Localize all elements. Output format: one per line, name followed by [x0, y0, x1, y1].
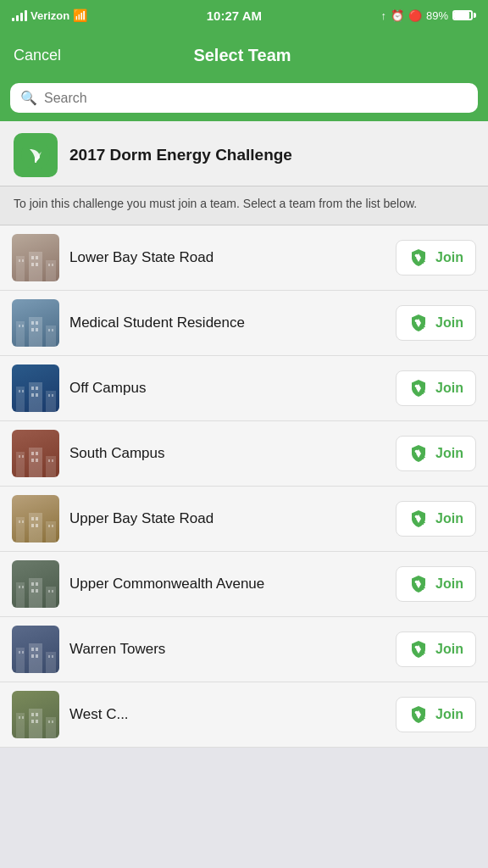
join-label-lower-bay: Join	[435, 250, 463, 265]
join-shield-icon: +	[408, 443, 429, 464]
svg-rect-110	[52, 721, 53, 723]
svg-rect-6	[31, 256, 34, 259]
svg-rect-26	[52, 329, 53, 331]
svg-rect-18	[22, 325, 24, 327]
svg-rect-65	[36, 524, 38, 527]
join-button-upper-bay[interactable]: + Join	[396, 501, 476, 537]
join-button-off-campus[interactable]: + Join	[396, 370, 476, 406]
challenge-description: To join this challenge you must join a t…	[0, 186, 488, 225]
team-name-off-campus: Off Campus	[69, 380, 385, 397]
svg-text:+: +	[421, 388, 425, 397]
svg-rect-82	[52, 590, 53, 593]
challenge-logo-icon	[21, 141, 50, 170]
svg-rect-76	[31, 582, 34, 586]
signal-icon	[12, 9, 27, 21]
svg-rect-10	[46, 260, 56, 281]
svg-rect-78	[31, 589, 34, 593]
svg-point-42	[415, 385, 419, 388]
svg-rect-40	[52, 394, 53, 397]
svg-rect-68	[52, 525, 53, 527]
status-time: 10:27 AM	[207, 8, 262, 23]
join-label-upper-bay: Join	[435, 511, 463, 526]
team-photo-south-campus	[12, 430, 59, 477]
join-label-upper-commonwealth: Join	[435, 576, 463, 592]
team-item-off-campus: Off Campus + Join	[0, 356, 488, 421]
svg-text:+: +	[421, 323, 425, 331]
challenge-title: 2017 Dorm Energy Challenge	[69, 146, 292, 164]
alarm-icon: ⏰	[391, 9, 404, 22]
svg-rect-80	[46, 587, 56, 608]
svg-rect-92	[31, 654, 34, 658]
team-name-medical: Medical Student Residence	[69, 314, 385, 331]
challenge-logo	[14, 133, 58, 177]
svg-rect-23	[36, 328, 38, 331]
svg-rect-87	[19, 651, 20, 654]
svg-rect-46	[22, 455, 24, 458]
svg-rect-96	[52, 655, 53, 658]
search-icon: 🔍	[20, 90, 37, 106]
team-photo-medical	[12, 299, 59, 347]
svg-rect-45	[19, 455, 20, 458]
join-button-lower-bay[interactable]: + Join	[396, 240, 476, 275]
join-button-south-campus[interactable]: + Join	[396, 436, 476, 471]
svg-rect-104	[31, 713, 34, 716]
join-button-warren[interactable]: + Join	[396, 632, 476, 667]
svg-point-14	[415, 254, 419, 258]
team-photo-lower-bay	[12, 234, 59, 281]
svg-rect-37	[36, 393, 38, 397]
svg-rect-81	[48, 590, 50, 593]
svg-rect-51	[36, 459, 38, 462]
svg-rect-66	[46, 521, 56, 542]
svg-rect-21	[36, 321, 38, 325]
join-label-off-campus: Join	[435, 381, 463, 396]
join-shield-icon: +	[408, 248, 429, 268]
svg-text:+: +	[421, 453, 425, 462]
svg-rect-36	[31, 393, 34, 397]
svg-text:+: +	[421, 584, 425, 593]
battery-icon	[452, 10, 476, 20]
team-name-south-campus: South Campus	[69, 445, 385, 462]
svg-rect-3	[19, 259, 20, 262]
challenge-header: 2017 Dorm Energy Challenge	[0, 121, 488, 186]
join-button-upper-commonwealth[interactable]: + Join	[396, 566, 476, 602]
team-name-upper-bay: Upper Bay State Road	[69, 510, 385, 527]
search-bar[interactable]: 🔍	[10, 83, 478, 113]
svg-rect-73	[19, 586, 20, 588]
team-name-warren: Warren Towers	[69, 641, 385, 658]
svg-rect-108	[46, 717, 56, 738]
join-shield-icon: +	[408, 704, 429, 725]
page-title: Select Team	[193, 46, 291, 65]
join-button-medical[interactable]: + Join	[396, 305, 476, 341]
svg-rect-7	[36, 256, 38, 259]
svg-rect-31	[19, 390, 20, 392]
join-shield-icon: +	[408, 313, 429, 333]
svg-text:+: +	[421, 519, 425, 527]
join-label-west: Join	[435, 707, 463, 722]
svg-rect-50	[31, 459, 34, 462]
svg-rect-62	[31, 517, 34, 520]
team-item-upper-bay: Upper Bay State Road + Join	[0, 487, 488, 552]
join-shield-icon: +	[408, 378, 429, 398]
search-input[interactable]	[44, 91, 468, 106]
svg-rect-9	[36, 263, 38, 266]
location-icon: ↑	[380, 9, 386, 22]
cancel-button[interactable]: Cancel	[14, 47, 61, 64]
svg-rect-8	[31, 263, 34, 266]
svg-point-70	[415, 515, 419, 519]
team-item-west: West C... + Join	[0, 682, 488, 748]
status-bar: Verizon 📶 10:27 AM ↑ ⏰ 🔴 89%	[0, 0, 488, 31]
svg-rect-34	[31, 387, 34, 390]
team-item-warren: Warren Towers + Join	[0, 617, 488, 682]
team-name-upper-commonwealth: Upper Commonwealth Avenue	[69, 576, 385, 593]
svg-rect-54	[52, 459, 53, 462]
team-item-medical: Medical Student Residence + Join	[0, 291, 488, 356]
svg-rect-59	[19, 520, 20, 523]
svg-rect-93	[36, 654, 38, 658]
svg-rect-94	[46, 652, 56, 673]
join-shield-icon: +	[408, 639, 429, 659]
svg-rect-102	[22, 716, 24, 719]
svg-rect-64	[31, 524, 34, 527]
svg-rect-67	[48, 525, 50, 527]
svg-rect-74	[22, 586, 24, 588]
join-button-west[interactable]: + Join	[396, 697, 476, 732]
